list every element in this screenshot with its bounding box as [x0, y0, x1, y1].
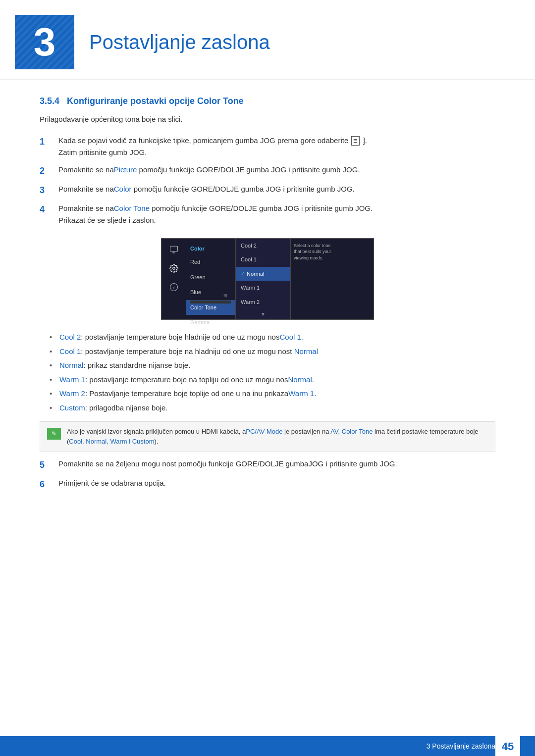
submenu-cool1: Cool 1: [236, 252, 290, 267]
step-3-text: Pomaknite se naColor pomočju funkcije GO…: [58, 184, 495, 195]
bullet-list: Cool 2: postavljanje temperature boje hl…: [50, 332, 495, 413]
bullet-cool1-ref: Normal: [294, 347, 318, 355]
chapter-title: Postavljanje zaslona: [89, 27, 270, 57]
note-icon: ✎: [47, 428, 61, 440]
step-3-color: Color: [114, 185, 132, 193]
sidebar-info-icon: [166, 281, 181, 293]
step-2: 2 Pomaknite se naPicture pomočju funkcij…: [40, 164, 495, 178]
step-3-number: 3: [40, 184, 54, 197]
bullet-warm2-ref: Warm 1: [288, 389, 314, 398]
chapter-number: 3: [15, 15, 74, 69]
step-6-text: Primijenit će se odabrana opcija.: [58, 478, 495, 489]
submenu-warm2: Warm 2: [236, 295, 290, 309]
submenu-arrow: ▼: [236, 309, 290, 319]
bullet-custom-label: Custom: [59, 403, 85, 412]
bullet-cool1-label: Cool 1: [59, 347, 81, 355]
ui-info-panel: Select a color tone that best suits your…: [290, 239, 340, 320]
step-2-text: Pomaknite se naPicture pomočju funkcije …: [58, 164, 495, 176]
bullet-cool1: Cool 1: postavljanje temperature boje na…: [50, 346, 495, 357]
bullet-cool2: Cool 2: postavljanje temperature boje hl…: [50, 332, 495, 343]
bullet-warm2: Warm 2: Postavljanje temperature boje to…: [50, 388, 495, 400]
bullet-normal: Normal: prikaz standardne nijanse boje.: [50, 360, 495, 371]
bullet-warm1-label: Warm 1: [59, 375, 85, 384]
ui-sidebar: [161, 239, 186, 320]
menu-item-red: Red: [186, 254, 235, 270]
step-1-sub: Zatim pritisnite gumb JOG.: [58, 147, 495, 158]
slider-icon: ⊞: [223, 293, 227, 300]
page-header: 3 Postavljanje zaslona: [0, 0, 535, 80]
note-pcavmode: PC/AV Mode: [246, 428, 282, 435]
bullet-cool2-ref: Cool 1: [279, 333, 301, 341]
section-title: Konfiguriranje postavki opcije Color Ton…: [67, 96, 244, 106]
step-4-colortone: Color Tone: [114, 204, 150, 212]
step-6: 6 Primijenit će se odabrana opcija.: [40, 478, 495, 491]
submenu-normal: ✓ Normal: [236, 267, 290, 281]
note-box: ✎ Ako je vanjski izvor signala priključe…: [40, 421, 495, 452]
step-6-number: 6: [40, 478, 54, 491]
page-footer: 3 Postavljanje zaslona 45: [0, 736, 535, 756]
ui-mockup: Color Red Green Blue Color Tone Gamma ⊞ …: [161, 238, 374, 320]
bullet-normal-label: Normal: [59, 361, 83, 369]
svg-point-3: [172, 267, 175, 269]
chapter-number-text: 3: [34, 12, 56, 72]
ui-main: Color Red Green Blue Color Tone Gamma ⊞ …: [186, 239, 374, 320]
bullet-custom: Custom: prilagodba nijanse boje.: [50, 403, 495, 414]
note-av: AV: [330, 428, 338, 435]
bullet-warm2-label: Warm 2: [59, 389, 85, 398]
submenu-warm1: Warm 1: [236, 281, 290, 295]
bullet-warm1-ref: Normal: [288, 375, 312, 384]
step-2-picture: Picture: [114, 165, 137, 174]
ui-mockup-container: Color Red Green Blue Color Tone Gamma ⊞ …: [40, 238, 495, 320]
menu-icon: ☰: [351, 136, 360, 146]
sidebar-monitor-icon: [166, 244, 181, 255]
step-4-number: 4: [40, 203, 54, 216]
step-3: 3 Pomaknite se naColor pomočju funkcije …: [40, 184, 495, 197]
bullet-warm1: Warm 1: postavljanje temperature boje na…: [50, 374, 495, 386]
intro-text: Prilagođavanje općenitog tona boje na sl…: [40, 114, 495, 125]
footer-page-number: 45: [495, 736, 520, 756]
info-text: Select a color tone that best suits your…: [294, 243, 337, 261]
svg-rect-0: [170, 246, 177, 252]
ui-color-menu: Color Red Green Blue Color Tone Gamma ⊞: [186, 239, 236, 320]
step-4-sub: Prikazat će se sljede i zaslon.: [58, 215, 495, 226]
step-4-text: Pomaknite se naColor Tone pomočju funkci…: [58, 203, 495, 226]
check-icon: ✓: [241, 270, 245, 277]
note-text: Ako je vanjski izvor signala priključen …: [67, 427, 488, 446]
section-heading: 3.5.4 Konfiguriranje postavki opcije Col…: [40, 95, 495, 108]
step-2-number: 2: [40, 164, 54, 178]
main-content: 3.5.4 Konfiguriranje postavki opcije Col…: [0, 95, 535, 537]
step-1: 1 Kada se pojavi vodič za funkcijske tip…: [40, 135, 495, 158]
menu-item-blue: Blue: [186, 285, 235, 300]
sidebar-settings-icon: [166, 262, 181, 274]
menu-title: Color: [186, 241, 235, 255]
note-colortone: Color Tone: [342, 428, 373, 435]
step-5-number: 5: [40, 458, 54, 472]
menu-item-green: Green: [186, 270, 235, 285]
step-1-text: Kada se pojavi vodič za funkcijske tipke…: [58, 135, 495, 158]
step-5: 5 Pomaknite se na željenu mogu nost pomo…: [40, 458, 495, 472]
footer-section-label: 3 Postavljanje zaslona: [427, 741, 495, 752]
submenu-cool2: Cool 2: [236, 239, 290, 253]
step-1-number: 1: [40, 135, 54, 149]
step-5-text: Pomaknite se na željenu mogu nost pomočj…: [58, 458, 495, 470]
step-4: 4 Pomaknite se naColor Tone pomočju funk…: [40, 203, 495, 226]
menu-item-gamma: Gamma: [186, 315, 235, 330]
bullet-cool2-label: Cool 2: [59, 333, 81, 341]
note-options: Cool, Normal, Warm i Custom: [69, 438, 154, 445]
section-number: 3.5.4: [40, 96, 59, 106]
ui-submenu: Cool 2 Cool 1 ✓ Normal Warm 1 Warm 2 ▼: [236, 239, 290, 320]
